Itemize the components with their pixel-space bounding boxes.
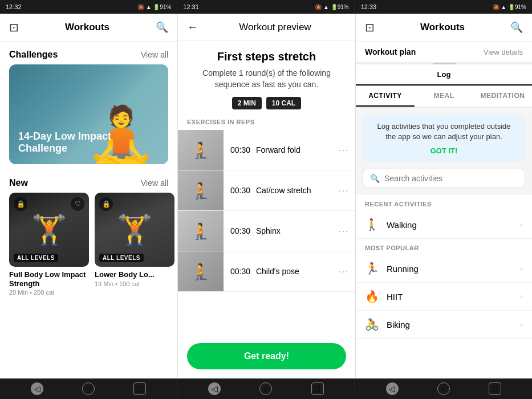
activity-tabs: ACTIVITY MEAL MEDITATION <box>356 86 532 108</box>
screen3-nav-icon[interactable]: ⊡ <box>365 21 375 34</box>
workout-card-1[interactable]: 🏋️ 🔒 ♡ ALL LEVELS Full Body Low Impact S… <box>9 193 89 296</box>
got-it-button[interactable]: GOT IT! <box>372 146 516 155</box>
activity-hiit[interactable]: 🔥 HIIT › <box>356 283 532 311</box>
home-nav-2[interactable]: ○ <box>259 382 272 395</box>
running-label: Running <box>387 264 520 274</box>
lock-icon-1: 🔒 <box>14 197 27 211</box>
workout-card-2[interactable]: 🏋️ 🔒 ALL LEVELS Lower Body Lo... 19 Min … <box>95 193 174 296</box>
tag-duration: 2 MIN <box>232 97 262 109</box>
workout-heading: First steps stretch <box>178 41 355 68</box>
exercise-info-4: 00:30 Child's pose <box>224 267 338 276</box>
workout-desc: Complete 1 round(s) of the following seq… <box>178 68 355 97</box>
exercise-time-3: 00:30 <box>230 226 250 235</box>
screen3-header: ⊡ Workouts 🔍 <box>356 14 532 42</box>
activity-search-icon: 🔍 <box>370 174 380 183</box>
tab-activity[interactable]: ACTIVITY <box>356 86 415 107</box>
walking-label: Walking <box>387 220 520 230</box>
screen3-content: Log activities that you completed outsid… <box>356 108 532 378</box>
heart-icon-1[interactable]: ♡ <box>71 197 84 211</box>
back-nav-2[interactable]: ◁ <box>208 382 221 395</box>
challenge-text: 14-Day Low Impact Challenge <box>18 131 159 155</box>
status-bar-3: 12:33 🔕 ▲ 🔋91% <box>355 0 532 14</box>
status-bar-2: 12:31 🔕 ▲ 🔋91% <box>177 0 355 14</box>
workout-name-1: Full Body Low Impact Strength <box>9 270 89 288</box>
challenges-section-header: Challenges View all <box>0 42 177 64</box>
screen-log: ⊡ Workouts 🔍 Workout plan View details L… <box>356 14 532 378</box>
biking-icon: 🚴 <box>365 317 379 331</box>
screen1-search-icon[interactable]: 🔍 <box>156 21 168 34</box>
recent-nav-2[interactable]: □ <box>311 382 324 395</box>
info-banner: Log activities that you completed outsid… <box>363 115 525 162</box>
screen1-content: Challenges View all 🧘 14-Day Low Impact … <box>0 42 177 378</box>
workout-person-1: 🏋️ <box>31 213 67 246</box>
exercise-info-2: 00:30 Cat/cow stretch <box>224 186 338 195</box>
exercise-more-2[interactable]: ⋯ <box>338 184 355 197</box>
workout-tags: 2 MIN 10 CAL <box>178 97 355 109</box>
new-section-header: New View all <box>0 170 177 193</box>
screen1-title: Workouts <box>65 22 109 33</box>
recent-label: RECENT ACTIVITIES <box>356 195 532 211</box>
exercise-item-1: 🧎 00:30 Forward fold ⋯ <box>178 130 355 170</box>
workout-meta-2: 19 Min • 190 cal <box>95 280 174 287</box>
info-text: Log activities that you completed outsid… <box>372 121 516 142</box>
screen-workouts: ⊡ Workouts 🔍 Challenges View all 🧘 14-Da… <box>0 14 178 378</box>
exercise-more-1[interactable]: ⋯ <box>338 144 355 156</box>
back-nav-1[interactable]: ◁ <box>31 382 43 395</box>
exercise-thumb-3: 🧎 <box>178 211 224 251</box>
workout-thumb-2: 🏋️ 🔒 ALL LEVELS <box>95 193 174 267</box>
log-tabs: Log <box>356 64 532 86</box>
activity-search-input[interactable] <box>384 174 518 183</box>
screen3-search-icon[interactable]: 🔍 <box>510 21 523 34</box>
workout-name-2: Lower Body Lo... <box>95 270 174 279</box>
biking-label: Biking <box>387 320 520 329</box>
view-details-link[interactable]: View details <box>484 48 523 56</box>
activities-list: RECENT ACTIVITIES 🚶 Walking › MOST POPUL… <box>356 195 532 378</box>
home-nav-3[interactable]: ○ <box>437 382 450 395</box>
status-icons-2: 🔕 ▲ 🔋91% <box>315 4 348 10</box>
screen3-title: Workouts <box>420 22 465 33</box>
exercise-time-2: 00:30 <box>230 186 250 195</box>
time-3: 12:33 <box>361 3 377 10</box>
tab-meditation[interactable]: MEDITATION <box>473 86 532 107</box>
new-view-all[interactable]: View all <box>141 178 168 188</box>
screen1-header: ⊡ Workouts 🔍 <box>0 14 177 42</box>
status-icons-3: 🔕 ▲ 🔋91% <box>493 4 526 10</box>
exercise-more-4[interactable]: ⋯ <box>338 265 355 278</box>
activity-biking[interactable]: 🚴 Biking › <box>356 311 532 339</box>
exercise-img-3: 🧎 <box>178 211 224 251</box>
exercise-time-4: 00:30 <box>230 267 250 276</box>
exercise-more-3[interactable]: ⋯ <box>338 225 355 237</box>
log-tab[interactable]: Log <box>356 64 532 85</box>
tag-calories: 10 CAL <box>266 97 301 109</box>
back-nav-3[interactable]: ◁ <box>386 382 399 395</box>
get-ready-button[interactable]: Get ready! <box>187 343 346 369</box>
walking-icon: 🚶 <box>365 218 379 231</box>
back-button[interactable]: ← <box>187 21 198 34</box>
tab-meal[interactable]: MEAL <box>415 86 473 107</box>
workout-thumb-1: 🏋️ 🔒 ♡ ALL LEVELS <box>9 193 89 267</box>
recent-nav-3[interactable]: □ <box>489 382 501 395</box>
exercise-thumb-2: 🧎 <box>178 170 224 210</box>
hiit-icon: 🔥 <box>365 290 379 303</box>
screen2-title: Workout preview <box>204 22 346 33</box>
new-label: New <box>9 178 28 188</box>
lock-icon-2: 🔒 <box>99 197 113 211</box>
screen2-header: ← Workout preview <box>178 14 355 41</box>
recent-nav-1[interactable]: □ <box>133 382 146 395</box>
activity-search-bar[interactable]: 🔍 <box>363 169 525 188</box>
activity-running[interactable]: 🏃 Running › <box>356 255 532 283</box>
exercise-item-3: 🧎 00:30 Sphinx ⋯ <box>178 211 355 251</box>
exercise-img-2: 🧎 <box>178 170 224 210</box>
bottom-nav-2: ◁ ○ □ <box>177 378 355 399</box>
popular-label: MOST POPULAR <box>356 239 532 255</box>
challenges-title: Challenges <box>9 50 58 60</box>
activity-walking[interactable]: 🚶 Walking › <box>356 211 532 239</box>
running-chevron: › <box>520 264 523 273</box>
hiit-chevron: › <box>520 292 523 301</box>
exercise-item-4: 🧎 00:30 Child's pose ⋯ <box>178 251 355 292</box>
challenge-card[interactable]: 🧘 14-Day Low Impact Challenge <box>9 64 168 164</box>
home-nav-1[interactable]: ○ <box>82 382 95 395</box>
challenges-view-all[interactable]: View all <box>141 50 168 59</box>
workouts-nav-icon[interactable]: ⊡ <box>9 21 19 34</box>
exercise-info-3: 00:30 Sphinx <box>224 226 338 235</box>
